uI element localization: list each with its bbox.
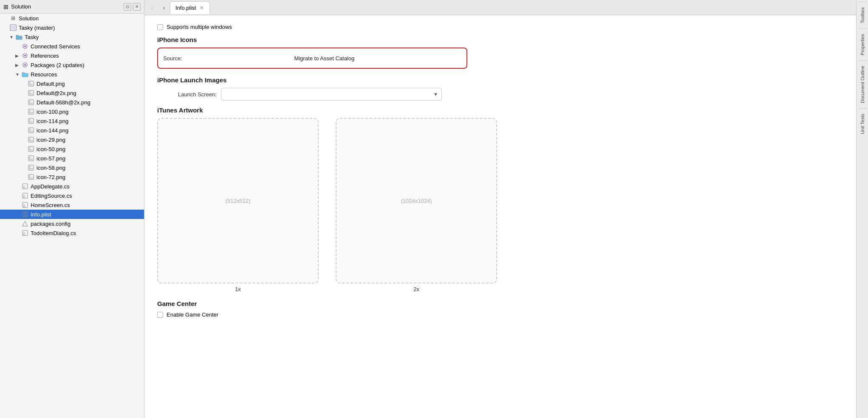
launch-screen-select[interactable]: ▼: [221, 88, 442, 101]
sidebar-item-info-plist[interactable]: Info.plist: [0, 210, 144, 219]
supports-multiple-windows-label: Supports multiple windows: [167, 24, 232, 30]
sidebar-header-icons: ⊡ ✕: [124, 3, 141, 11]
tree-label-icon-144-png: icon-144.png: [37, 127, 68, 134]
iphone-launch-images-section-label: iPhone Launch Images: [157, 76, 843, 84]
tree-label-packages-config: packages.config: [31, 221, 71, 227]
sidebar-item-default-png[interactable]: Default.png: [0, 79, 144, 88]
tree-icon-icon-72-png: [27, 173, 35, 181]
tab-close-button[interactable]: ✕: [198, 5, 204, 11]
tree-icon-todoitemdialog-cs: {}: [21, 229, 29, 237]
tree-label-appdelegate-cs: AppDelegate.cs: [31, 183, 70, 190]
sidebar-item-icon-58-png[interactable]: icon-58.png: [0, 163, 144, 172]
tree-label-resources: Resources: [31, 71, 57, 78]
tree-icon-tasky: [15, 33, 23, 41]
tree-arrow-packages: ▶: [15, 63, 21, 67]
tree-icon-resources: [21, 70, 29, 78]
tree-label-references: References: [31, 53, 59, 59]
artwork-boxes: (512x512) 1x (1024x1024) 2x: [157, 118, 843, 292]
artwork-box-512[interactable]: (512x512): [157, 118, 319, 283]
svg-rect-24: [28, 156, 34, 161]
sidebar-item-icon-114-png[interactable]: icon-114.png: [0, 116, 144, 126]
sidebar-item-default2x-png[interactable]: Default@2x.png: [0, 88, 144, 98]
artwork-2x-label: 2x: [413, 286, 419, 292]
right-tab-toolbox[interactable]: Toolbox: [858, 2, 867, 28]
artwork-box-1024[interactable]: (1024x1024): [336, 118, 497, 283]
sidebar-item-icon-144-png[interactable]: icon-144.png: [0, 126, 144, 135]
sidebar-item-homescreen-cs[interactable]: {}HomeScreen.cs: [0, 200, 144, 210]
sidebar-collapse-button[interactable]: ⊡: [124, 3, 131, 11]
enable-game-center-checkbox[interactable]: [157, 312, 163, 318]
tree-icon-icon-58-png: [27, 164, 35, 171]
tree-icon-default2x-png: [27, 89, 35, 97]
sidebar-item-icon-50-png[interactable]: icon-50.png: [0, 144, 144, 154]
right-tab-properties[interactable]: Properties: [858, 28, 867, 60]
tree-label-packages: Packages (2 updates): [31, 62, 84, 68]
tree-icon-icon-100-png: [27, 108, 35, 115]
tree-icon-default-png: [27, 80, 35, 87]
sidebar-item-solution[interactable]: ⊞Solution: [0, 14, 144, 23]
sidebar-item-connected-services[interactable]: Connected Services: [0, 42, 144, 51]
tree-label-icon-58-png: icon-58.png: [37, 165, 65, 171]
tree-label-editingsource-cs: EditingSource.cs: [31, 193, 72, 199]
tree-label-solution: Solution: [19, 15, 39, 22]
svg-point-27: [29, 166, 31, 167]
sidebar-title: Solution: [11, 3, 31, 10]
sidebar-item-resources[interactable]: ▼Resources: [0, 70, 144, 79]
sidebar-item-editingsource-cs[interactable]: {}EditingSource.cs: [0, 191, 144, 200]
artwork-512-label: (512x512): [226, 198, 251, 204]
right-tab-unit-tests[interactable]: Unit Tests: [858, 108, 867, 139]
migrate-to-asset-catalog-button[interactable]: Migrate to Asset Catalog: [187, 51, 461, 65]
artwork-item-1x: (512x512) 1x: [157, 118, 319, 292]
sidebar-item-icon-72-png[interactable]: icon-72.png: [0, 172, 144, 182]
sidebar-item-packages-config[interactable]: packages.config: [0, 219, 144, 228]
right-sidebar: ToolboxPropertiesDocument OutlineUnit Te…: [856, 0, 868, 418]
sidebar-item-default-568h2x-png[interactable]: Default-568h@2x.png: [0, 98, 144, 107]
tree-label-homescreen-cs: HomeScreen.cs: [31, 202, 70, 208]
artwork-item-2x: (1024x1024) 2x: [336, 118, 497, 292]
sidebar-item-icon-100-png[interactable]: icon-100.png: [0, 107, 144, 116]
nav-back-button[interactable]: ‹: [146, 2, 158, 14]
sidebar-item-appdelegate-cs[interactable]: {}AppDelegate.cs: [0, 182, 144, 191]
tree-icon-info-plist: [21, 210, 29, 218]
svg-rect-18: [28, 128, 34, 133]
svg-point-15: [29, 110, 31, 111]
migrate-wrapper: Source:Migrate to Asset Catalog: [157, 48, 467, 69]
svg-rect-22: [28, 146, 34, 151]
artwork-1024-label: (1024x1024): [401, 198, 432, 204]
tab-info-plist[interactable]: Info.plist ✕: [170, 1, 210, 14]
sidebar-item-tasky-master[interactable]: Tasky (master): [0, 23, 144, 32]
sidebar-header: ⊞ Solution ⊡ ✕: [0, 0, 144, 14]
svg-point-11: [29, 91, 31, 93]
sidebar-item-packages[interactable]: ▶Packages (2 updates): [0, 60, 144, 70]
svg-rect-28: [28, 174, 34, 180]
svg-rect-14: [28, 109, 34, 114]
sidebar-item-icon-57-png[interactable]: icon-57.png: [0, 154, 144, 163]
sidebar-header-left: ⊞ Solution: [3, 3, 31, 10]
supports-multiple-windows-checkbox[interactable]: [157, 24, 163, 30]
iphone-icons-section-label: iPhone Icons: [157, 36, 843, 43]
sidebar-item-icon-29-png[interactable]: icon-29.png: [0, 135, 144, 144]
tree-label-default-568h2x-png: Default-568h@2x.png: [37, 99, 90, 106]
tree-label-default2x-png: Default@2x.png: [37, 90, 76, 96]
tree-icon-homescreen-cs: {}: [21, 201, 29, 209]
tree-arrow-references: ▶: [15, 53, 21, 58]
sidebar-item-references[interactable]: ▶References: [0, 51, 144, 60]
sidebar-close-button[interactable]: ✕: [133, 3, 141, 11]
right-tab-document-outline[interactable]: Document Outline: [858, 60, 867, 108]
svg-rect-16: [28, 118, 34, 123]
svg-rect-1: [11, 25, 15, 30]
svg-point-23: [29, 147, 31, 149]
svg-rect-8: [28, 81, 34, 86]
svg-point-19: [29, 129, 31, 130]
nav-forward-button[interactable]: ›: [158, 2, 170, 14]
sidebar-item-tasky[interactable]: ▼Tasky: [0, 32, 144, 42]
sidebar-item-todoitemdialog-cs[interactable]: {}TodoItemDialog.cs: [0, 228, 144, 238]
svg-point-13: [29, 101, 31, 102]
svg-point-5: [24, 55, 26, 56]
tree-label-icon-50-png: icon-50.png: [37, 146, 65, 152]
svg-marker-40: [23, 221, 28, 226]
tree-icon-icon-144-png: [27, 126, 35, 134]
tree-label-icon-114-png: icon-114.png: [37, 118, 68, 124]
tree-icon-packages: [21, 61, 29, 69]
svg-point-7: [24, 64, 26, 66]
